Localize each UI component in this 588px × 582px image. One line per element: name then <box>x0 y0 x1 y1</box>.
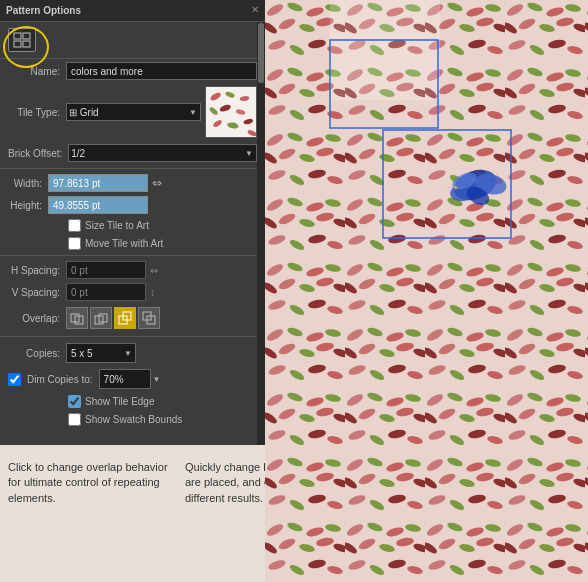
name-input[interactable] <box>66 62 257 80</box>
name-row: Name: <box>0 59 265 83</box>
panel-title: Pattern Options <box>6 5 81 16</box>
show-swatch-bounds-row: Show Swatch Bounds <box>0 410 265 428</box>
panel-header: Pattern Options ✕ <box>0 0 265 22</box>
move-tile-label: Move Tile with Art <box>85 238 163 249</box>
dim-copies-label: Dim Copies to: <box>8 373 99 386</box>
dim-percent-select[interactable]: 70% <box>99 369 151 389</box>
link-icon: ⇔ <box>152 176 162 190</box>
close-icon[interactable]: ✕ <box>251 4 259 15</box>
svg-rect-0 <box>14 33 21 39</box>
svg-rect-1 <box>23 33 30 39</box>
tile-type-select[interactable]: ⊞ Grid <box>66 103 201 121</box>
tile-type-label: Tile Type: <box>8 107 66 118</box>
scrollbar-thumb <box>258 23 264 83</box>
overlap-btn-1[interactable] <box>66 307 88 329</box>
copies-label: Copies: <box>8 348 66 359</box>
show-tile-edge-label: Show Tile Edge <box>85 396 155 407</box>
copies-select[interactable]: 5 x 5 <box>66 343 136 363</box>
v-spacing-input[interactable] <box>66 283 146 301</box>
move-tile-checkbox[interactable] <box>68 237 81 250</box>
overlap-btn-4[interactable] <box>138 307 160 329</box>
arrow-indicator-text: → <box>443 177 461 197</box>
size-tile-label: Size Tile to Art <box>85 220 149 231</box>
svg-rect-3 <box>23 41 30 47</box>
overlap-btn-3[interactable] <box>114 307 136 329</box>
v-spacing-row: V Spacing: ↕ <box>0 281 265 303</box>
overlap-label: Overlap: <box>8 313 66 324</box>
width-row: Width: ⇔ <box>0 172 265 194</box>
canvas-area: → <box>265 0 588 582</box>
copies-row: Copies: 5 x 5 ▼ <box>0 340 265 366</box>
copies-select-wrapper: 5 x 5 ▼ <box>66 343 136 363</box>
brick-offset-select[interactable]: 1/2 <box>68 144 257 162</box>
svg-rect-39 <box>330 0 440 100</box>
move-tile-row: Move Tile with Art <box>0 234 265 252</box>
pattern-canvas-svg: → <box>265 0 588 582</box>
panel-scrollbar[interactable] <box>257 22 265 445</box>
tile-preview-swatch <box>205 86 257 138</box>
dim-copies-checkbox[interactable] <box>8 373 21 386</box>
show-tile-edge-checkbox[interactable] <box>68 395 81 408</box>
pattern-options-panel: Pattern Options ✕ Name: Tile Type: ⊞ Gri… <box>0 0 265 445</box>
dim-percent-arrow: ▼ <box>153 375 161 384</box>
tile-type-row: Tile Type: ⊞ Grid ▼ <box>0 83 265 141</box>
svg-rect-2 <box>14 41 21 47</box>
h-spacing-row: H Spacing: ⇔ <box>0 259 265 281</box>
v-spacing-arrow: ↕ <box>150 287 155 298</box>
height-label: Height: <box>8 200 48 211</box>
tile-icon-box[interactable] <box>8 28 36 52</box>
show-tile-edge-row: Show Tile Edge <box>0 392 265 410</box>
v-spacing-label: V Spacing: <box>8 287 66 298</box>
annotation-left: Click to change overlap behavior for ult… <box>8 460 168 506</box>
brick-offset-label: Brick Offset: <box>8 148 68 159</box>
show-swatch-bounds-checkbox[interactable] <box>68 413 81 426</box>
dim-copies-row: Dim Copies to: 70% ▼ <box>0 366 265 392</box>
width-label: Width: <box>8 178 48 189</box>
tile-preview-svg <box>206 87 256 137</box>
width-input[interactable] <box>48 174 148 192</box>
size-tile-checkbox[interactable] <box>68 219 81 232</box>
brick-offset-row: Brick Offset: 1/2 ▼ <box>0 141 265 165</box>
overlap-btn-2[interactable] <box>90 307 112 329</box>
overlap-buttons-group <box>66 307 160 329</box>
size-tile-row: Size Tile to Art <box>0 216 265 234</box>
h-spacing-label: H Spacing: <box>8 265 66 276</box>
name-label: Name: <box>8 66 66 77</box>
height-input[interactable] <box>48 196 148 214</box>
tile-grid-icon <box>13 32 31 48</box>
h-spacing-input[interactable] <box>66 261 146 279</box>
height-row: Height: <box>0 194 265 216</box>
icon-row <box>0 22 265 59</box>
h-spacing-arrow: ⇔ <box>150 265 158 276</box>
show-swatch-bounds-label: Show Swatch Bounds <box>85 414 182 425</box>
overlap-row: Overlap: <box>0 303 265 333</box>
